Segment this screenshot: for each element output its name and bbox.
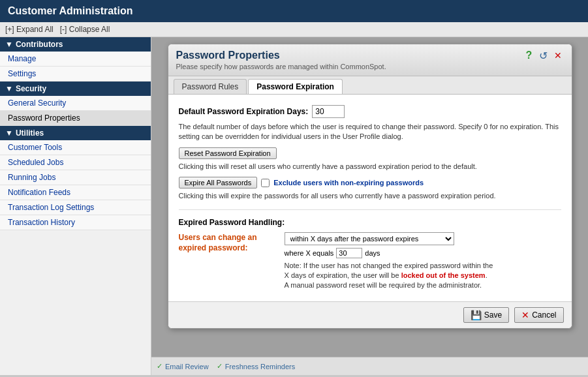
refresh-icon-btn[interactable]: ↺ — [538, 50, 549, 61]
page-header: Customer Administration — [0, 0, 588, 22]
default-expiration-label: Default Password Expiration Days: — [179, 107, 309, 116]
sidebar-item-transaction-log-settings[interactable]: Transaction Log Settings — [0, 200, 151, 215]
bottom-tab-email-review[interactable]: ✓ Email Review — [157, 362, 209, 370]
sidebar-item-scheduled-jobs[interactable]: Scheduled Jobs — [0, 155, 151, 170]
exclude-checkbox[interactable] — [261, 179, 270, 187]
sidebar-section-contributors[interactable]: ▼Contributors — [0, 37, 151, 52]
expiration-desc: The default number of days before which … — [179, 122, 561, 142]
sidebar-section-utilities[interactable]: ▼Utilities — [0, 126, 151, 140]
expire-desc: Clicking this will expire the passwords … — [179, 191, 561, 201]
expired-user-label: Users can change an expired password: — [179, 232, 277, 254]
sidebar-section-security[interactable]: ▼Security — [0, 82, 151, 96]
sidebar: ▼Contributors Manage Settings ▼Security … — [0, 37, 151, 375]
modal-dialog: Password Properties Please specify how p… — [168, 44, 572, 329]
section-divider — [179, 209, 561, 210]
sidebar-item-general-security[interactable]: General Security — [0, 96, 151, 111]
x-days-input[interactable] — [336, 248, 362, 258]
main-layout: ▼Contributors Manage Settings ▼Security … — [0, 37, 588, 375]
sidebar-item-notification-feeds[interactable]: Notification Feeds — [0, 185, 151, 200]
default-expiration-input[interactable] — [312, 105, 345, 118]
modal-subtitle: Please specify how passwords are managed… — [176, 63, 386, 70]
freshness-reminders-label: Freshness Reminders — [225, 363, 296, 370]
cancel-label: Cancel — [532, 310, 556, 320]
help-icon-btn[interactable]: ? — [523, 50, 535, 61]
expire-row: Expire All Passwords Exclude users with … — [179, 177, 561, 188]
expired-section-title: Expired Password Handling: — [179, 218, 561, 227]
modal-title-block: Password Properties Please specify how p… — [176, 50, 386, 70]
modal-icons: ? ↺ ✕ — [523, 50, 564, 61]
bottom-tab-freshness-reminders[interactable]: ✓ Freshness Reminders — [217, 362, 296, 370]
save-icon: 💾 — [471, 310, 482, 320]
locked-out-text: locked out of the system — [401, 271, 486, 279]
modal-footer: 💾 Save ✕ Cancel — [168, 301, 572, 328]
collapse-all-link[interactable]: [-] Collapse All — [60, 25, 110, 34]
modal-overlay: Password Properties Please specify how p… — [151, 37, 588, 375]
check-icon-email: ✓ — [157, 362, 162, 370]
expire-all-passwords-button[interactable]: Expire All Passwords — [179, 177, 258, 188]
page-title: Customer Administration — [8, 5, 132, 16]
reset-password-expiration-button[interactable]: Reset Password Expiration — [179, 147, 277, 159]
close-icon-btn[interactable]: ✕ — [552, 50, 564, 61]
modal-body: Default Password Expiration Days: The de… — [168, 95, 572, 301]
tab-password-expiration[interactable]: Password Expiration — [248, 79, 343, 94]
modal-tabs: Password Rules Password Expiration — [168, 76, 572, 95]
where-x-prefix: where X equals — [285, 249, 334, 257]
sidebar-item-password-properties[interactable]: Password Properties — [0, 111, 151, 126]
check-icon-freshness: ✓ — [217, 362, 223, 370]
sidebar-item-transaction-history[interactable]: Transaction History — [0, 215, 151, 230]
note-text: Note: If the user has not changed the ex… — [285, 261, 493, 291]
sidebar-item-settings[interactable]: Settings — [0, 67, 151, 82]
content-area: Password Properties Please specify how p… — [151, 37, 588, 375]
cancel-icon: ✕ — [521, 310, 529, 320]
expired-select[interactable]: within X days after the password expires… — [285, 232, 454, 245]
bottom-bar: ✓ Email Review ✓ Freshness Reminders — [151, 357, 588, 375]
sidebar-item-manage[interactable]: Manage — [0, 52, 151, 67]
days-suffix: days — [365, 249, 380, 257]
email-review-label: Email Review — [165, 363, 209, 370]
modal-title: Password Properties — [176, 50, 386, 61]
reset-row: Reset Password Expiration — [179, 147, 561, 159]
tab-password-rules[interactable]: Password Rules — [174, 79, 247, 94]
save-button[interactable]: 💾 Save — [463, 307, 509, 323]
exclude-label: Exclude users with non-expiring password… — [273, 179, 424, 187]
default-expiration-row: Default Password Expiration Days: — [179, 105, 561, 118]
expired-controls: within X days after the password expires… — [285, 232, 493, 291]
x-days-row: where X equals days — [285, 248, 493, 258]
cancel-button[interactable]: ✕ Cancel — [514, 307, 563, 323]
toolbar: [+] Expand All [-] Collapse All — [0, 22, 588, 37]
expand-all-link[interactable]: [+] Expand All — [5, 25, 54, 34]
expired-handling-row: Users can change an expired password: wi… — [179, 232, 561, 291]
save-label: Save — [484, 310, 502, 320]
modal-header: Password Properties Please specify how p… — [168, 44, 572, 76]
sidebar-item-customer-tools[interactable]: Customer Tools — [0, 140, 151, 155]
reset-desc: Clicking this will reset all users who c… — [179, 162, 561, 172]
sidebar-item-running-jobs[interactable]: Running Jobs — [0, 170, 151, 185]
